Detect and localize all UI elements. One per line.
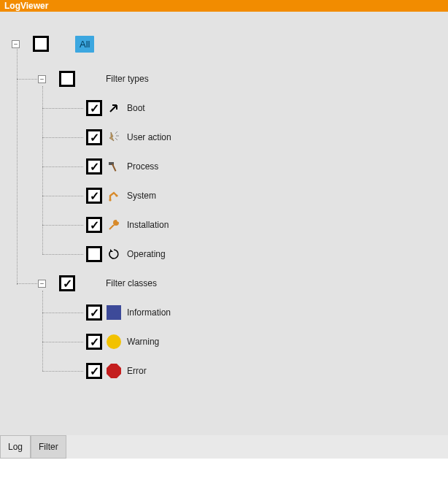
tree-item-information: Information [86, 304, 171, 321]
checkbox-installation[interactable] [86, 217, 102, 233]
item-label-system: System [127, 191, 156, 201]
svg-rect-1 [112, 164, 116, 172]
tree-item-operating: Operating [86, 245, 166, 263]
tree-item-user-action: User action [86, 129, 171, 146]
tree-item-process: Process [86, 158, 158, 175]
checkbox-user-action[interactable] [86, 129, 102, 145]
checkbox-error[interactable] [86, 363, 102, 379]
tree-line [42, 371, 83, 372]
bottom-tabs: Log Filter [0, 435, 448, 459]
item-label-user-action: User action [127, 132, 171, 142]
checkbox-filter-classes[interactable] [59, 275, 75, 291]
tree-line [42, 137, 83, 138]
checkbox-operating[interactable] [86, 246, 102, 262]
filter-tree-panel: − All − Filter types Boot [0, 12, 448, 435]
window-titlebar: LogViewer [0, 0, 448, 12]
tree-group-filter-classes: − Filter classes [38, 275, 157, 292]
expand-toggle-filter-classes[interactable]: − [38, 280, 46, 288]
tree-item-error: Error [86, 362, 147, 380]
tab-log-label: Log [8, 442, 23, 452]
tree-line [42, 254, 83, 255]
robot-arm-icon [107, 188, 121, 203]
tab-log[interactable]: Log [0, 435, 31, 459]
tree-line [42, 342, 83, 342]
item-label-error: Error [127, 366, 147, 376]
item-label-information: Information [127, 307, 171, 318]
tree-item-warning: Warning [86, 333, 159, 350]
group-label-filter-types: Filter types [106, 74, 149, 84]
warning-circle-icon [107, 334, 121, 349]
tree-line [42, 225, 83, 226]
expand-toggle-all[interactable]: − [12, 40, 20, 48]
tree-line [42, 86, 43, 254]
wrench-icon [107, 218, 121, 232]
tab-filter-label: Filter [39, 442, 58, 452]
svg-point-3 [115, 194, 117, 196]
checkbox-boot[interactable] [86, 100, 102, 116]
checkbox-process[interactable] [86, 158, 102, 175]
tree-line [17, 283, 37, 284]
arrow-up-right-icon [107, 101, 121, 115]
tree-line [42, 108, 83, 109]
checkbox-information[interactable] [86, 304, 102, 321]
checkbox-warning[interactable] [86, 334, 102, 350]
info-square-icon [107, 305, 121, 320]
checkbox-all[interactable] [33, 36, 49, 52]
checkbox-filter-types[interactable] [59, 71, 75, 87]
tree-line [17, 79, 37, 80]
hammer-icon [107, 159, 121, 174]
tree-line [42, 313, 83, 313]
error-octagon-icon [107, 364, 121, 378]
checkbox-system[interactable] [86, 188, 102, 204]
item-label-process: Process [127, 161, 158, 172]
tree-line [42, 291, 43, 371]
hand-click-icon [107, 130, 121, 145]
item-label-warning: Warning [127, 337, 159, 347]
tree-item-boot: Boot [86, 99, 145, 117]
tree-item-system: System [86, 187, 156, 204]
item-label-boot: Boot [127, 103, 145, 113]
svg-point-2 [109, 199, 111, 201]
group-label-filter-classes: Filter classes [106, 278, 157, 288]
tree-item-installation: Installation [86, 216, 169, 234]
tree-group-filter-types: − Filter types [38, 70, 149, 88]
root-all-label: All [75, 36, 94, 53]
logviewer-window: LogViewer − All [0, 0, 448, 459]
tree-line [17, 41, 18, 285]
refresh-icon [107, 247, 121, 261]
tree-line [42, 166, 83, 167]
item-label-operating: Operating [127, 249, 166, 259]
window-title: LogViewer [4, 1, 48, 11]
tree-root-all: − All [12, 35, 94, 53]
item-label-installation: Installation [127, 220, 169, 230]
tab-filter[interactable]: Filter [31, 435, 66, 459]
expand-toggle-filter-types[interactable]: − [38, 75, 46, 83]
tree-line [42, 196, 83, 196]
